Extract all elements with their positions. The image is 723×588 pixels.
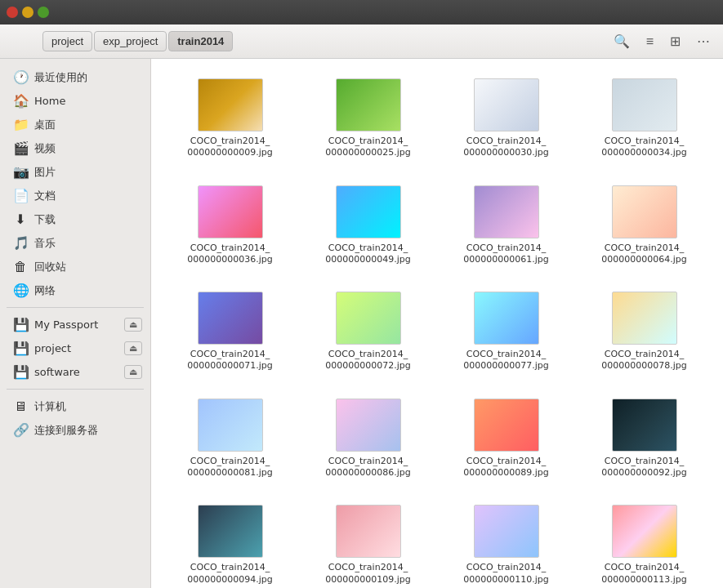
sidebar-item-trash[interactable]: 🗑回收站 — [3, 255, 147, 278]
file-item-f10[interactable]: COCO_train2014_ 000000000072.jpg — [302, 285, 434, 379]
file-name-f7: COCO_train2014_ 000000000061.jpg — [463, 243, 549, 266]
more-icon: ⋯ — [697, 34, 710, 48]
file-name-f1: COCO_train2014_ 000000000009.jpg — [187, 136, 273, 159]
file-item-f13[interactable]: COCO_train2014_ 000000000081.jpg — [164, 392, 296, 486]
sidebar-label-project: project — [34, 342, 71, 354]
file-item-f18[interactable]: COCO_train2014_ 000000000109.jpg — [302, 498, 434, 588]
sidebar-label-pictures: 图片 — [34, 165, 56, 180]
file-thumbnail-f12 — [612, 292, 677, 345]
eject-button-mypassport[interactable]: ⏏ — [124, 318, 142, 332]
sidebar-label-home: Home — [34, 95, 65, 107]
file-name-f14: COCO_train2014_ 000000000086.jpg — [325, 456, 411, 479]
file-name-f16: COCO_train2014_ 000000000092.jpg — [601, 456, 687, 479]
sidebar-label-connect-server: 连接到服务器 — [34, 423, 98, 438]
file-item-f20[interactable]: COCO_train2014_ 000000000113.jpg — [578, 498, 710, 588]
sidebar-icon-connect-server: 🔗 — [13, 422, 28, 438]
maximize-button[interactable] — [38, 7, 49, 18]
sidebar-icon-home: 🏠 — [13, 93, 28, 109]
file-name-f13: COCO_train2014_ 000000000081.jpg — [187, 456, 273, 479]
sidebar-icon-documents: 📄 — [13, 188, 28, 203]
sidebar-item-computer[interactable]: 🖥计算机 — [3, 394, 147, 418]
file-item-f7[interactable]: COCO_train2014_ 000000000061.jpg — [440, 179, 572, 273]
file-thumbnail-f1 — [198, 78, 263, 131]
sidebar-item-home[interactable]: 🏠Home — [3, 89, 147, 113]
minimize-button[interactable] — [22, 7, 33, 18]
sidebar-item-connect-server[interactable]: 🔗连接到服务器 — [3, 418, 147, 442]
sidebar-item-project[interactable]: 💾project⏏ — [3, 336, 147, 360]
file-thumbnail-f6 — [336, 185, 401, 238]
sidebar-item-desktop[interactable]: 📁桌面 — [3, 113, 147, 136]
file-thumbnail-f16 — [612, 399, 677, 452]
sidebar-item-documents[interactable]: 📄文档 — [3, 184, 147, 207]
sidebar-icon-network: 🌐 — [13, 283, 28, 298]
file-item-f6[interactable]: COCO_train2014_ 000000000049.jpg — [302, 179, 434, 273]
file-item-f4[interactable]: COCO_train2014_ 000000000034.jpg — [578, 72, 710, 166]
search-button[interactable]: 🔍 — [607, 29, 636, 53]
sidebar-icon-music: 🎵 — [13, 235, 28, 251]
file-thumbnail-f5 — [198, 185, 263, 238]
main-area: 🕐最近使用的🏠Home📁桌面🎬视频📷图片📄文档⬇下载🎵音乐🗑回收站🌐网络💾My … — [0, 59, 723, 588]
file-name-f4: COCO_train2014_ 000000000034.jpg — [601, 136, 687, 159]
sidebar-icon-desktop: 📁 — [13, 117, 28, 132]
file-item-f16[interactable]: COCO_train2014_ 000000000092.jpg — [578, 392, 710, 486]
sidebar-item-video[interactable]: 🎬视频 — [3, 136, 147, 160]
sidebar-item-music[interactable]: 🎵音乐 — [3, 231, 147, 255]
file-item-f12[interactable]: COCO_train2014_ 000000000078.jpg — [578, 285, 710, 379]
file-item-f2[interactable]: COCO_train2014_ 000000000025.jpg — [302, 72, 434, 166]
eject-button-project[interactable]: ⏏ — [124, 341, 142, 355]
file-item-f9[interactable]: COCO_train2014_ 000000000071.jpg — [164, 285, 296, 379]
file-item-f11[interactable]: COCO_train2014_ 000000000077.jpg — [440, 285, 572, 379]
sidebar-item-downloads[interactable]: ⬇下载 — [3, 207, 147, 231]
file-grid: COCO_train2014_ 000000000009.jpgCOCO_tra… — [164, 72, 710, 588]
sidebar-label-documents: 文档 — [34, 189, 56, 203]
sidebar-item-mypassport[interactable]: 💾My Passport⏏ — [3, 313, 147, 336]
eject-button-software[interactable]: ⏏ — [124, 365, 142, 379]
file-name-f2: COCO_train2014_ 000000000025.jpg — [325, 136, 411, 159]
toolbar: projectexp_projecttrain2014 🔍 ≡ ⊞ ⋯ — [0, 24, 723, 59]
sidebar-item-recent[interactable]: 🕐最近使用的 — [3, 65, 147, 89]
sidebar-label-desktop: 桌面 — [34, 118, 56, 132]
view-list-button[interactable]: ≡ — [640, 30, 660, 53]
file-item-f14[interactable]: COCO_train2014_ 000000000086.jpg — [302, 392, 434, 486]
view-grid-button[interactable]: ⊞ — [663, 29, 687, 53]
sidebar-icon-recent: 🕐 — [13, 69, 28, 85]
more-options-button[interactable]: ⋯ — [690, 29, 716, 53]
sidebar-icon-project: 💾 — [13, 341, 28, 356]
breadcrumb-item-train2014[interactable]: train2014 — [168, 31, 233, 51]
file-name-f3: COCO_train2014_ 000000000030.jpg — [463, 136, 549, 159]
file-name-f20: COCO_train2014_ 000000000113.jpg — [601, 562, 687, 586]
close-button[interactable] — [7, 7, 18, 18]
file-name-f6: COCO_train2014_ 000000000049.jpg — [325, 243, 411, 266]
file-thumbnail-f4 — [612, 78, 677, 131]
file-item-f15[interactable]: COCO_train2014_ 000000000089.jpg — [440, 392, 572, 486]
sidebar-label-video: 视频 — [34, 141, 56, 156]
breadcrumb-item-project[interactable]: project — [42, 31, 92, 51]
sidebar-item-software[interactable]: 💾software⏏ — [3, 360, 147, 384]
file-name-f10: COCO_train2014_ 000000000072.jpg — [325, 349, 411, 372]
sidebar-item-pictures[interactable]: 📷图片 — [3, 160, 147, 184]
file-item-f1[interactable]: COCO_train2014_ 000000000009.jpg — [164, 72, 296, 166]
file-thumbnail-f15 — [474, 399, 539, 452]
file-item-f5[interactable]: COCO_train2014_ 000000000036.jpg — [164, 179, 296, 273]
file-thumbnail-f20 — [612, 505, 677, 558]
sidebar-label-network: 网络 — [34, 283, 56, 298]
file-item-f17[interactable]: COCO_train2014_ 000000000094.jpg — [164, 498, 296, 588]
file-thumbnail-f7 — [474, 185, 539, 238]
forward-button[interactable] — [25, 38, 39, 46]
titlebar — [0, 0, 723, 24]
file-item-f19[interactable]: COCO_train2014_ 000000000110.jpg — [440, 498, 572, 588]
file-thumbnail-f14 — [336, 399, 401, 452]
sidebar-icon-trash: 🗑 — [13, 259, 28, 274]
sidebar-icon-software: 💾 — [13, 364, 28, 380]
back-button[interactable] — [7, 38, 21, 46]
sidebar-label-mypassport: My Passport — [34, 318, 98, 331]
file-browser-content: COCO_train2014_ 000000000009.jpgCOCO_tra… — [151, 59, 723, 588]
file-item-f8[interactable]: COCO_train2014_ 000000000064.jpg — [578, 179, 710, 273]
breadcrumb-item-exp_project[interactable]: exp_project — [94, 31, 167, 51]
file-name-f5: COCO_train2014_ 000000000036.jpg — [187, 243, 273, 266]
file-item-f3[interactable]: COCO_train2014_ 000000000030.jpg — [440, 72, 572, 166]
grid-view-icon: ⊞ — [670, 34, 681, 48]
sidebar-item-network[interactable]: 🌐网络 — [3, 278, 147, 302]
sidebar-label-recent: 最近使用的 — [34, 70, 87, 85]
list-view-icon: ≡ — [646, 34, 654, 48]
